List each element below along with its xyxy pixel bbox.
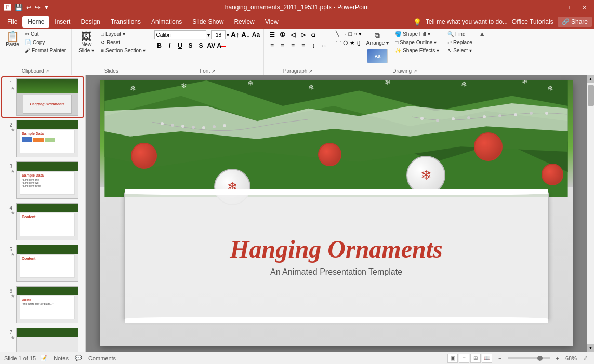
notes-button[interactable]: Notes <box>51 355 71 362</box>
scroll-up-button[interactable]: ▲ <box>587 75 595 83</box>
font-color-button[interactable]: A <box>217 41 226 50</box>
menu-home[interactable]: Home <box>22 16 49 28</box>
outline-view-button[interactable]: ≡ <box>459 354 469 363</box>
underline-button[interactable]: U <box>175 41 184 50</box>
shape-line[interactable]: ╲ <box>335 30 340 38</box>
svg-text:❄: ❄ <box>308 84 314 91</box>
vertical-scrollbar[interactable]: ▲ ▼ <box>587 75 594 352</box>
tell-me[interactable]: Tell me what you want to do... <box>426 18 508 25</box>
menu-view[interactable]: View <box>260 16 284 28</box>
zoom-minus-button[interactable]: − <box>496 355 504 362</box>
arrange-icon: ⧉ <box>375 31 380 40</box>
align-left-button[interactable]: ≡ <box>267 41 276 50</box>
paste-button[interactable]: 📋 Paste <box>3 30 22 49</box>
shape-arrow[interactable]: → <box>340 30 347 38</box>
slide-panel[interactable]: 1 ★ Hanging Ornaments 2 ★ Sample Data <box>0 75 86 352</box>
slide-thumb-5[interactable]: 5 ★ Content <box>2 244 83 283</box>
slide-thumb-3[interactable]: 3 ★ Sample Data • Line item one• Line it… <box>2 160 83 200</box>
svg-text:❄: ❄ <box>247 80 254 87</box>
slide-thumb-7[interactable]: 7 ★ <box>2 327 83 352</box>
slide-thumb-2[interactable]: 2 ★ Sample Data <box>2 119 83 158</box>
bold-button[interactable]: B <box>154 41 164 50</box>
copy-button[interactable]: 📄 Copy <box>23 38 68 46</box>
menu-transitions[interactable]: Transitions <box>105 16 146 28</box>
new-slide-button[interactable]: 🖼 NewSlide ▾ <box>75 30 98 55</box>
menu-animations[interactable]: Animations <box>146 16 187 28</box>
slide-thumb-6[interactable]: 6 ★ Quote "The lights fight for bulbs...… <box>2 285 83 325</box>
zoom-plus-button[interactable]: + <box>554 355 561 362</box>
shape-outline-button[interactable]: □ Shape Outline ▾ <box>393 38 441 46</box>
layout-button[interactable]: □ Layout ▾ <box>99 30 148 38</box>
text-direction-button[interactable]: ↔ <box>319 41 328 50</box>
align-right-button[interactable]: ≡ <box>288 41 297 50</box>
quick-customize[interactable]: ▼ <box>44 4 49 10</box>
bullets-button[interactable]: ☰ <box>267 30 276 39</box>
reading-view-button[interactable]: 📖 <box>482 354 492 363</box>
increase-font-button[interactable]: A↑ <box>230 30 240 39</box>
select-button[interactable]: ↖ Select ▾ <box>445 47 474 55</box>
quick-undo[interactable]: ↩ <box>26 4 32 11</box>
quick-save[interactable]: 💾 <box>15 4 23 11</box>
shadow-button[interactable]: S <box>196 41 205 50</box>
scroll-thumb[interactable] <box>588 85 594 106</box>
arrange-button[interactable]: ⧉ Arrange ▾ <box>364 30 391 47</box>
shape-effects-button[interactable]: ✨ Shape Effects ▾ <box>393 47 441 55</box>
font-name-input[interactable] <box>154 30 206 39</box>
share-button[interactable]: 🔗 Share <box>558 17 592 27</box>
slide-thumb-4[interactable]: 4 ★ Content <box>2 202 83 241</box>
normal-view-button[interactable]: ▣ <box>447 354 458 363</box>
scroll-down-button[interactable]: ▼ <box>587 344 595 352</box>
increase-indent-button[interactable]: ▷ <box>298 30 308 39</box>
reset-button[interactable]: ↺ Reset <box>99 38 148 46</box>
zoom-thumb[interactable] <box>537 356 543 361</box>
slide-main-title: Hanging Ornaments <box>230 235 442 263</box>
font-size-input[interactable] <box>211 30 226 39</box>
char-spacing-button[interactable]: AV <box>206 41 216 50</box>
align-center-button[interactable]: ≡ <box>278 41 287 50</box>
shape-bracket[interactable]: {} <box>356 39 361 48</box>
numbering-button[interactable]: ① <box>278 30 287 39</box>
window-minimize[interactable]: — <box>545 3 557 11</box>
shapes-more[interactable]: ▾ <box>358 30 362 38</box>
slide-thumb-1[interactable]: 1 ★ Hanging Ornaments <box>2 77 83 117</box>
slide-star-3: ★ <box>11 169 15 174</box>
find-button[interactable]: 🔍 Find <box>445 30 474 38</box>
font-name-dropdown[interactable]: ▾ <box>207 32 210 38</box>
shape-fill-button[interactable]: 🪣 Shape Fill ▾ <box>393 30 441 38</box>
format-painter-button[interactable]: 🖌 Format Painter <box>23 47 68 55</box>
shape-rect[interactable]: □ <box>348 30 352 38</box>
fit-slide-button[interactable]: ⤢ <box>581 354 590 362</box>
decrease-font-button[interactable]: A↓ <box>241 30 250 39</box>
quick-styles-button[interactable]: Aa <box>367 49 388 63</box>
columns-button[interactable]: ⫏ <box>309 30 318 39</box>
quick-redo[interactable]: ↪ <box>35 4 41 11</box>
collapse-ribbon-button[interactable]: ▲ <box>479 30 485 37</box>
cut-button[interactable]: ✂ Cut <box>23 30 68 38</box>
italic-button[interactable]: I <box>165 41 174 50</box>
justify-button[interactable]: ≡ <box>298 41 308 50</box>
shape-oval[interactable]: ○ <box>353 30 358 38</box>
window-maximize[interactable]: □ <box>563 3 573 11</box>
clear-format-button[interactable]: Aa <box>251 30 260 39</box>
line-spacing-button[interactable]: ↕ <box>309 41 318 50</box>
strikethrough-button[interactable]: S <box>186 41 195 50</box>
comments-button[interactable]: Comments <box>86 355 118 362</box>
replace-button[interactable]: ⇄ Replace <box>445 38 474 46</box>
zoom-level: 68% <box>565 355 577 361</box>
window-close[interactable]: ✕ <box>579 3 590 12</box>
menu-design[interactable]: Design <box>75 16 105 28</box>
shape-polygon[interactable]: ⬡ <box>342 39 349 48</box>
zoom-slider[interactable] <box>508 357 550 359</box>
slide-title-area[interactable]: Hanging Ornaments An Animated Presentati… <box>124 192 549 320</box>
shape-curve[interactable]: ⌒ <box>335 39 342 48</box>
office-tutorials[interactable]: Office Tutorials <box>512 18 553 25</box>
menu-review[interactable]: Review <box>229 16 259 28</box>
menu-file[interactable]: File <box>2 16 22 28</box>
shape-star[interactable]: ★ <box>349 39 355 48</box>
decrease-indent-button[interactable]: ◁ <box>288 30 297 39</box>
menu-insert[interactable]: Insert <box>49 16 75 28</box>
section-button[interactable]: ≡ SectionSection ▾ <box>99 47 148 55</box>
font-size-dropdown[interactable]: ▾ <box>227 32 229 38</box>
menu-slideshow[interactable]: Slide Show <box>187 16 229 28</box>
slide-sorter-button[interactable]: ⊞ <box>470 354 481 363</box>
